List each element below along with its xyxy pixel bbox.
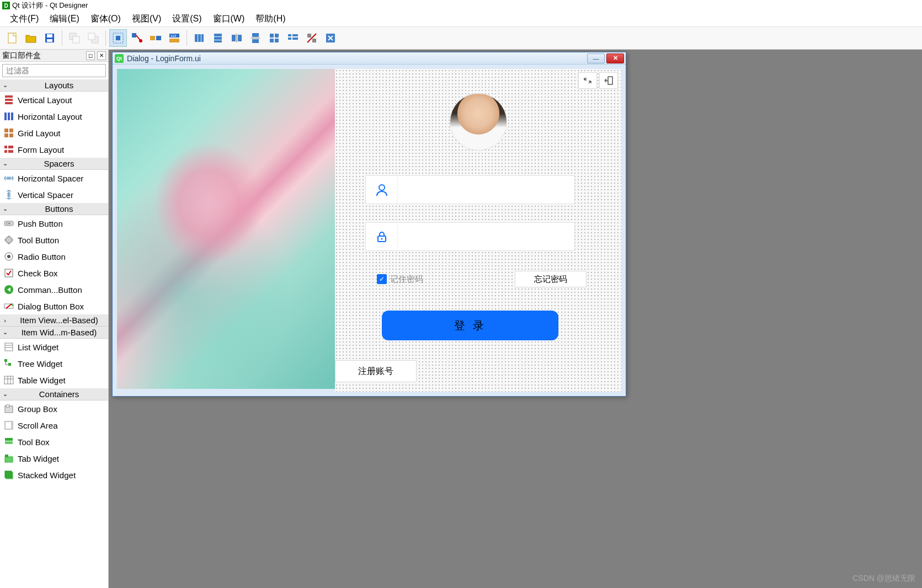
password-input[interactable] [398,223,574,250]
widget-item[interactable]: Vertical Spacer [0,186,108,203]
widget-icon [3,375,14,386]
widget-item[interactable]: Stacked Widget [0,467,108,483]
menu-window[interactable]: 窗口(W) [207,12,251,26]
minimize-button[interactable]: — [587,54,605,63]
widget-item[interactable]: Radio Button [0,248,108,265]
svg-rect-23 [232,35,236,41]
dialog-titlebar[interactable]: Qt Dialog - LoginForm.ui — ✕ [113,52,626,65]
layout-vsplit-button[interactable] [247,29,264,47]
widget-item[interactable]: Dialog Button Box [0,298,108,314]
widget-item[interactable]: Comman...Button [0,281,108,298]
save-button[interactable] [41,29,58,47]
svg-rect-41 [5,99,13,101]
layout-form-button[interactable] [284,29,302,47]
break-layout-button[interactable] [303,29,321,47]
menu-form[interactable]: 窗体(O) [85,12,126,26]
svg-rect-68 [8,363,11,366]
svg-rect-48 [4,133,8,137]
toolbar-sep [105,30,106,46]
svg-point-11 [139,39,142,42]
svg-rect-45 [11,113,13,120]
category-header[interactable]: ⌄Item Wid...m-Based) [0,327,108,339]
username-input[interactable] [398,176,574,204]
design-canvas[interactable]: Qt Dialog - LoginForm.ui — ✕ [109,50,922,588]
svg-point-60 [7,255,10,258]
widget-item[interactable]: Tool Box [0,434,108,450]
menu-settings[interactable]: 设置(S) [167,12,207,26]
bring-front-button[interactable] [84,29,102,47]
widget-icon [3,301,14,312]
filter-input[interactable] [2,64,106,77]
svg-rect-33 [288,34,291,36]
svg-rect-69 [4,376,13,384]
remember-checkbox[interactable]: ✓ 记住密码 [377,274,423,285]
svg-rect-53 [8,150,13,153]
widget-item[interactable]: Vertical Layout [0,92,108,108]
login-form-area[interactable]: ✓ 记住密码 忘记密码 登 录 注册账号 [335,69,621,392]
svg-rect-0 [8,33,16,43]
widget-label: Tool Button [18,236,59,245]
edit-widgets-button[interactable] [109,29,127,47]
svg-rect-76 [11,421,13,429]
new-file-button[interactable] [3,29,21,47]
widget-item[interactable]: Tree Widget [0,355,108,372]
widget-item[interactable]: Tab Widget [0,450,108,467]
widget-item[interactable]: List Widget [0,339,108,355]
menu-help[interactable]: 帮助(H) [250,12,291,26]
widget-item[interactable]: Group Box [0,400,108,417]
svg-rect-50 [4,146,7,148]
edit-buddies-button[interactable] [147,29,164,47]
send-back-button[interactable] [66,29,83,47]
svg-point-58 [6,237,12,243]
widget-icon [3,403,14,414]
widget-label: Vertical Spacer [18,190,73,200]
menu-edit[interactable]: 编辑(E) [44,12,84,26]
exit-icon[interactable] [599,72,618,89]
category-header[interactable]: ⌄Layouts [0,79,108,92]
svg-rect-78 [5,441,13,444]
register-button[interactable]: 注册账号 [335,360,417,382]
close-button[interactable]: ✕ [606,54,624,63]
widget-item[interactable]: Horizontal Layout [0,108,108,125]
dock-close-button[interactable]: ✕ [97,51,106,60]
collapse-icon[interactable] [578,72,597,89]
layout-hsplit-button[interactable] [228,29,246,47]
category-header[interactable]: ⌄Buttons [0,203,108,215]
open-file-button[interactable] [22,29,40,47]
widget-icon [3,358,14,369]
widget-tree[interactable]: ⌄LayoutsVertical LayoutHorizontal Layout… [0,79,108,588]
widget-item[interactable]: Tool Button [0,232,108,248]
widget-item[interactable]: Form Layout [0,141,108,158]
login-button[interactable]: 登 录 [382,311,558,340]
category-header[interactable]: ⌄Spacers [0,158,108,170]
adjust-size-button[interactable] [322,29,339,47]
widget-item[interactable]: Scroll Area [0,417,108,434]
widget-item[interactable]: Check Box [0,265,108,281]
widget-item[interactable]: Grid Layout [0,125,108,141]
svg-rect-38 [312,39,316,42]
dialog-window[interactable]: Qt Dialog - LoginForm.ui — ✕ [112,52,626,397]
toolbar-sep [186,30,187,46]
layout-v-button[interactable] [209,29,227,47]
dock-float-button[interactable]: ◻ [86,51,95,60]
app-icon: D [2,2,10,9]
dock-title: 窗口部件盒 [2,51,41,61]
layout-h-button[interactable] [190,29,208,47]
menubar: 文件(F) 编辑(E) 窗体(O) 视图(V) 设置(S) 窗口(W) 帮助(H… [0,11,922,26]
widget-item[interactable]: Horizontal Spacer [0,170,108,186]
forgot-password-button[interactable]: 忘记密码 [515,271,587,287]
svg-rect-29 [270,34,274,38]
edit-taborder-button[interactable]: 123 [166,29,183,47]
widget-label: Scroll Area [18,421,58,430]
menu-view[interactable]: 视图(V) [126,12,167,26]
edit-signals-button[interactable] [128,29,146,47]
category-header[interactable]: ⌄Containers [0,388,108,400]
widget-icon [3,94,14,105]
menu-file[interactable]: 文件(F) [4,12,44,26]
layout-grid-button[interactable] [265,29,283,47]
category-header[interactable]: ›Item View...el-Based) [0,314,108,327]
svg-rect-9 [116,36,120,40]
widget-item[interactable]: OKPush Button [0,215,108,232]
widget-label: Radio Button [18,252,66,261]
widget-item[interactable]: Table Widget [0,372,108,388]
